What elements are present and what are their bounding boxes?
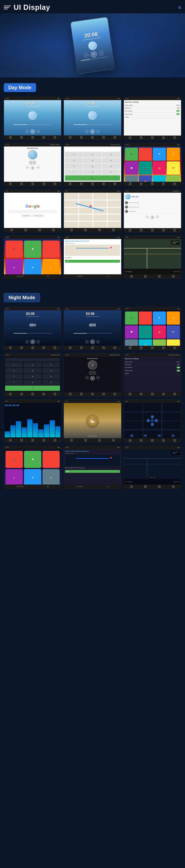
night-cn-map[interactable]: 10:18 ETA 9.0 mi Donague Road [124,449,181,479]
night-cp-settings[interactable]: ⚙ [43,469,60,485]
nav-up[interactable]: ▲ [151,415,154,418]
app-phone[interactable]: 📞 [125,148,138,161]
nav-right[interactable]: ► [155,419,158,422]
night-dial-hash[interactable]: # [42,380,60,385]
dial-0[interactable]: 0 [83,169,101,175]
day-bt-next[interactable]: ⏭ [36,166,40,169]
app-msg[interactable]: 💬 [125,161,138,175]
dial-3[interactable]: 3 [102,152,120,157]
day-bt-row-3[interactable]: Auto answer [125,110,180,113]
night-dial-7[interactable]: 7 [5,374,23,379]
night-dial-star[interactable]: * [5,380,23,385]
dial-8[interactable]: 8 [83,164,101,169]
nav-btn-1[interactable]: ◉ [130,434,133,437]
night-nav-content[interactable]: ▲ ◄ ► ▼ ◉ ⊕ ⊗ ⊘ [124,403,181,438]
night-app-extra[interactable]: ★ [167,339,180,346]
cp-podcast[interactable]: 🎙 [5,259,23,274]
app-settings[interactable]: ⚙ [167,148,180,161]
app-radio[interactable]: 📻 [153,161,166,175]
night-app-wifi[interactable]: 📶 [139,339,152,346]
dial-5[interactable]: 5 [83,158,101,163]
night-app-car[interactable]: 🚗 [139,326,152,339]
nav-down[interactable]: ▼ [151,423,154,426]
night-next-2[interactable]: ⏭ [96,340,100,343]
day-prev-1[interactable]: ⏮ [25,130,29,133]
night-dial-call[interactable]: 📞 [5,385,60,391]
dial-star[interactable]: * [65,169,83,175]
carplay-app-grid[interactable]: 📞 💬 ♪ 🎙 🗺 ⚙ [5,241,60,274]
app-map[interactable]: 🗺 [153,148,166,161]
next-btn[interactable]: ⏭ [99,51,104,56]
night-bt-next[interactable]: ⏭ [96,376,100,379]
dial-hash[interactable]: # [102,169,120,175]
day-auto-connect-toggle[interactable] [177,113,180,115]
app-bt[interactable]: BT [167,161,180,175]
day-bt-play[interactable]: ⏸ [30,166,35,170]
day-prev-2[interactable]: ⏮ [85,130,89,133]
night-app-music[interactable]: ♪ [139,311,152,324]
night-dial-2[interactable]: 2 [24,362,42,368]
night-bt-row-4[interactable]: Auto connect [125,369,180,372]
app-media[interactable]: ▶ [153,175,166,182]
dial-6[interactable]: 6 [102,158,120,163]
night-auto-connect-toggle[interactable] [177,370,180,372]
menu-icon[interactable] [4,4,11,11]
nav-action-btns[interactable]: ◉ ⊕ ⊗ ⊘ [124,434,181,437]
day-bt-music-controls[interactable]: ⏮ ⏸ ⏭ [25,166,40,170]
day-music-controls-1[interactable]: ⏮ ⏸ ⏭ [25,129,40,134]
local-play[interactable]: ⏸ [150,215,155,220]
night-cp-podcast[interactable]: 🎙 [5,469,23,485]
day-music-controls-2[interactable]: ⏮ ⏸ ⏭ [85,129,100,134]
local-controls[interactable]: ⏮ ⏸ ⏭ [125,215,180,220]
prev-btn[interactable]: ⏮ [84,53,89,58]
day-dialer-grid[interactable]: 1 2 3 4 5 6 7 8 9 * 0 # 📞 [65,152,120,181]
night-auto-answer-toggle[interactable] [177,367,180,368]
cp-music[interactable]: ♪ [43,241,60,258]
day-dir-go-btn[interactable]: GO [65,260,120,262]
night-dial-5[interactable]: 5 [24,368,42,373]
night-app-msg[interactable]: 💬 [125,326,138,339]
night-dial-4[interactable]: 4 [5,368,23,373]
lm-item-2[interactable]: 华乐_02_FLAC.mp3 [125,205,180,209]
night-dial-8[interactable]: 8 [24,374,42,379]
night-music-controls-1[interactable]: ⏮ ⏸ ⏭ [25,340,40,344]
cp-settings[interactable]: ⚙ [43,259,60,274]
night-bt-play[interactable]: ⏸ [90,376,95,380]
day-bt-prev[interactable]: ⏮ [25,166,29,169]
app-cam[interactable]: 📷 [125,175,138,182]
nav-arrows[interactable]: ▲ ◄ ► ▼ [147,415,158,426]
day-bt-row-4[interactable]: Auto connect [125,113,180,116]
day-cn-controls[interactable]: ⏮ ⏸ ⏭ [174,271,180,272]
lm-item-1[interactable]: 华乐_01_FLAC.mp3 [125,200,180,205]
night-play-2[interactable]: ⏸ [90,340,95,344]
nav-btn-3[interactable]: ⊗ [158,434,161,437]
day-next-1[interactable]: ⏭ [36,130,40,133]
dial-9[interactable]: 9 [102,164,120,169]
night-bt-prev[interactable]: ⏮ [85,376,89,379]
night-dial-1[interactable]: 1 [5,362,23,368]
night-app-map[interactable]: 🗺 [153,311,166,324]
app-car[interactable]: 🚗 [139,161,152,175]
google-search-btn[interactable]: Google Search [21,214,31,217]
night-next-1[interactable]: ⏭ [36,340,40,343]
night-cp-phone[interactable]: 📞 [5,451,23,468]
day-map-content[interactable] [64,193,121,228]
night-prev-2[interactable]: ⏮ [85,340,89,343]
app-wifi[interactable]: 📶 [139,175,152,182]
dial-4[interactable]: 4 [65,158,83,163]
google-lucky-btn[interactable]: I'm Feeling Lucky [32,214,44,217]
night-app-bt[interactable]: BT [167,326,180,339]
night-home-icons[interactable]: 📞 ♪ 🗺 ⚙ 💬 🚗 📻 BT 📷 📶 ▶ ★ [124,310,181,346]
nav-left[interactable]: ◄ [147,419,150,422]
night-app-settings[interactable]: ⚙ [167,311,180,324]
app-extra[interactable]: ★ [167,175,180,182]
dial-2[interactable]: 2 [83,152,101,157]
day-home-icons[interactable]: 📞 ♪ 🗺 ⚙ 💬 🚗 📻 BT 📷 📶 ▶ ★ [124,147,181,182]
local-next[interactable]: ⏭ [156,215,159,218]
google-search-bar[interactable] [8,210,57,213]
day-next-2[interactable]: ⏭ [96,130,100,133]
nav-icon[interactable]: ≡ [178,4,181,10]
night-dial-3[interactable]: 3 [42,362,60,368]
play-btn[interactable]: ⏸ [90,51,97,58]
night-cp-map[interactable]: 🗺 [24,469,41,485]
